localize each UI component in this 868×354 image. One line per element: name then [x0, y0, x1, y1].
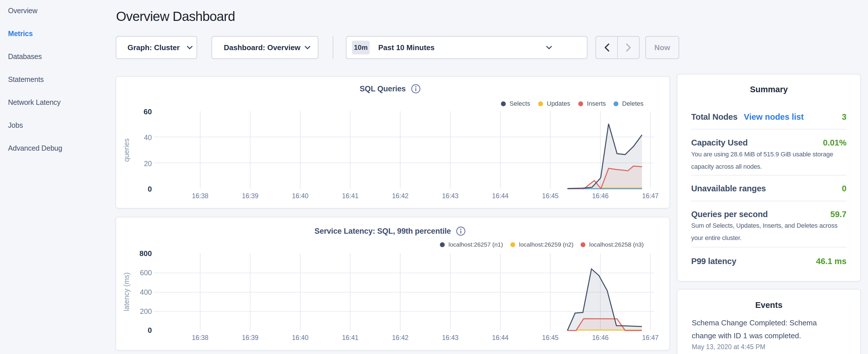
svg-text:16:47: 16:47 [642, 192, 659, 200]
svg-text:16:38: 16:38 [192, 334, 209, 342]
svg-text:16:43: 16:43 [442, 334, 459, 342]
svg-text:16:45: 16:45 [542, 192, 559, 200]
svg-text:16:41: 16:41 [342, 334, 359, 342]
svg-text:16:40: 16:40 [292, 334, 309, 342]
svg-text:16:38: 16:38 [192, 192, 209, 200]
svg-text:600: 600 [140, 269, 152, 277]
svg-text:0: 0 [148, 326, 152, 334]
svg-text:800: 800 [140, 249, 152, 258]
svg-text:20: 20 [144, 160, 152, 167]
svg-text:16:40: 16:40 [292, 192, 309, 200]
svg-text:latency (ms): latency (ms) [122, 272, 130, 311]
svg-text:400: 400 [140, 288, 152, 296]
svg-text:queries: queries [122, 138, 130, 162]
svg-text:60: 60 [144, 107, 152, 116]
svg-text:16:46: 16:46 [592, 192, 609, 200]
svg-text:0: 0 [148, 185, 152, 193]
svg-text:16:45: 16:45 [542, 334, 559, 342]
svg-text:16:46: 16:46 [592, 334, 609, 342]
svg-text:16:42: 16:42 [392, 334, 409, 342]
svg-text:16:42: 16:42 [392, 192, 409, 200]
svg-text:16:39: 16:39 [242, 334, 258, 342]
svg-text:200: 200 [140, 307, 152, 315]
svg-text:16:43: 16:43 [442, 192, 459, 200]
svg-text:40: 40 [144, 133, 152, 141]
svg-text:16:41: 16:41 [342, 192, 359, 200]
svg-text:16:44: 16:44 [492, 334, 509, 342]
svg-text:16:39: 16:39 [242, 192, 258, 200]
svg-text:16:44: 16:44 [492, 192, 509, 200]
svg-text:16:47: 16:47 [642, 334, 659, 342]
